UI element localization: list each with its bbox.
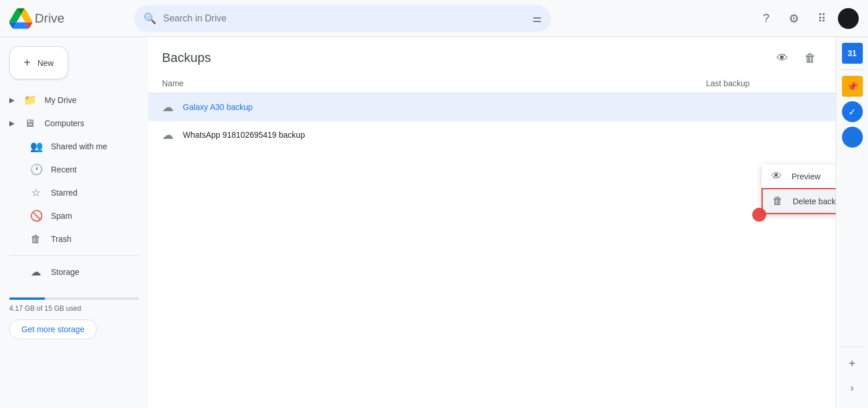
sidebar-item-spam[interactable]: 🚫 Spam [0,204,144,227]
right-sidebar-expand[interactable]: › [846,377,859,399]
contacts-icon: 👤 [842,127,863,148]
backup-name-galaxy: Galaxy A30 backup [183,102,253,112]
sidebar-item-label: Storage [51,267,79,277]
new-button[interactable]: + New [9,46,68,79]
spam-icon: 🚫 [30,209,42,222]
sidebar-item-trash[interactable]: 🗑 Trash [0,227,144,251]
sidebar-item-recent[interactable]: 🕐 Recent [0,158,144,181]
search-icon: 🔍 [144,12,156,25]
topbar-actions: ? ⚙ ⠿ [755,7,859,30]
right-sidebar-contacts[interactable]: 👤 [841,126,864,149]
right-sidebar-tasks[interactable]: ✓ [841,100,864,123]
backup-row-whatsapp[interactable]: ☁ WhatsApp 918102695419 backup [148,121,836,149]
cloud-icon: ☁ [162,100,174,114]
right-sidebar: 31 📌 ✓ 👤 + › [836,37,868,408]
computer-icon: 🖥 [24,117,35,130]
backup-row-left: ☁ Galaxy A30 backup [162,100,706,114]
content-area: Backups 👁 🗑 Name Last backup ☁ Galaxy A3… [148,37,836,408]
backup-row-galaxy[interactable]: ☁ Galaxy A30 backup [148,93,836,121]
search-input[interactable] [163,13,525,24]
preview-label: Preview [792,172,821,181]
settings-button[interactable]: ⚙ [782,7,806,30]
get-more-storage-button[interactable]: Get more storage [9,319,97,339]
sidebar-item-my-drive[interactable]: ▶ 📁 My Drive [0,89,144,112]
column-last-backup: Last backup [706,79,822,88]
sidebar-item-shared-with-me[interactable]: 👥 Shared with me [0,135,144,158]
tasks-icon: ✓ [842,101,863,122]
plus-icon: + [24,56,31,69]
star-icon: ☆ [30,186,42,199]
storage-bar-fill [9,297,45,300]
context-menu-item-preview[interactable]: 👁 Preview [762,164,836,188]
app-name: Drive [35,11,64,26]
sidebar: + New ▶ 📁 My Drive ▶ 🖥 Computers 👥 Share… [0,37,148,408]
right-sidebar-add[interactable]: + [841,352,864,375]
backup-name-whatsapp: WhatsApp 918102695419 backup [183,130,305,139]
sidebar-item-computers[interactable]: ▶ 🖥 Computers [0,112,144,135]
sidebar-item-label: Trash [51,234,71,244]
google-drive-logo [9,7,32,30]
logo-area: Drive [9,7,125,30]
avatar[interactable] [838,8,859,29]
chevron-icon: ▶ [9,96,14,104]
topbar: Drive 🔍 ⚌ ? ⚙ ⠿ [0,0,868,37]
search-bar[interactable]: 🔍 ⚌ [134,5,551,32]
cloud-icon: ☁ [30,266,42,278]
right-sidebar-keep[interactable]: 📌 [841,75,864,98]
storage-text: 4.17 GB of 15 GB used [9,304,139,313]
header-actions: 👁 🗑 [771,46,822,69]
preview-header-button[interactable]: 👁 [771,46,794,69]
context-menu-item-delete-backup[interactable]: 🗑 Delete backup [762,188,836,214]
eye-icon: 👁 [771,170,782,182]
cursor-indicator [752,208,766,222]
delete-backup-label: Delete backup [793,197,836,206]
page-title: Backups [162,50,211,65]
sidebar-item-label: Recent [51,165,76,174]
search-filter-icon[interactable]: ⚌ [532,12,542,25]
help-button[interactable]: ? [755,7,778,30]
new-button-label: New [38,58,54,68]
storage-section: 4.17 GB of 15 GB used Get more storage [0,288,148,348]
main-layout: + New ▶ 📁 My Drive ▶ 🖥 Computers 👥 Share… [0,37,868,408]
chevron-icon: ▶ [9,119,14,127]
table-header: Name Last backup [148,74,836,93]
sidebar-item-label: Shared with me [51,142,107,151]
right-sidebar-calendar[interactable]: 31 [841,42,864,65]
sidebar-item-label: Computers [45,119,84,128]
context-menu: 👁 Preview 🗑 Delete backup [762,164,836,214]
right-sidebar-divider-bottom [841,347,864,347]
trash-icon: 🗑 [772,195,784,207]
cloud-icon: ☁ [162,128,174,142]
recent-icon: 🕐 [30,163,42,176]
storage-bar-background [9,297,139,300]
keep-icon: 📌 [842,76,863,97]
shared-icon: 👥 [30,140,42,153]
trash-icon: 🗑 [30,233,42,245]
right-sidebar-divider [841,69,864,70]
sidebar-item-label: Spam [51,211,72,220]
add-icon: + [849,357,856,370]
sidebar-item-label: Starred [51,188,78,197]
apps-button[interactable]: ⠿ [810,7,833,30]
calendar-day: 31 [848,49,857,58]
sidebar-item-label: My Drive [45,95,76,105]
sidebar-item-storage[interactable]: ☁ Storage [0,260,144,284]
calendar-icon: 31 [842,43,863,64]
backup-row-left: ☁ WhatsApp 918102695419 backup [162,128,706,142]
content-header: Backups 👁 🗑 [148,37,836,74]
column-name: Name [162,79,706,88]
sidebar-item-starred[interactable]: ☆ Starred [0,181,144,204]
folder-icon: 📁 [24,94,35,106]
delete-header-button[interactable]: 🗑 [799,46,822,69]
